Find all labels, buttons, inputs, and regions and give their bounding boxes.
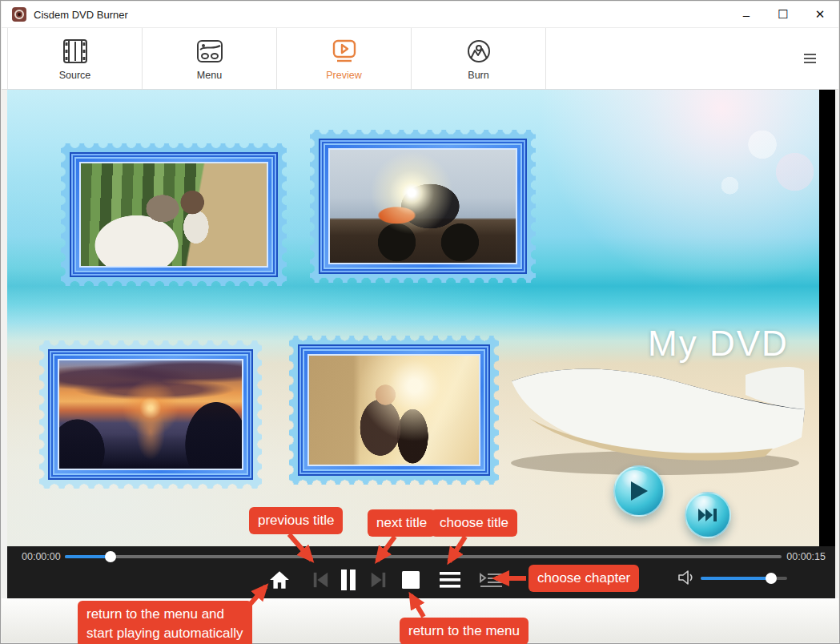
thumbnail-frame: [48, 349, 253, 480]
app-window: Cisdem DVD Burner – ☐ ✕ Source: [0, 0, 840, 644]
thumbnail-photo: [79, 162, 268, 268]
thumbnail-photo: [307, 354, 480, 466]
duration-time: 00:00:15: [786, 551, 826, 562]
menu-scene-icon: [194, 36, 226, 66]
thumbnail-frame: [70, 152, 278, 277]
title-bar: Cisdem DVD Burner – ☐ ✕: [2, 2, 838, 28]
title-menu-icon: [440, 571, 460, 589]
next-title-button[interactable]: [365, 567, 392, 593]
pause-button[interactable]: [335, 567, 362, 593]
chapter-menu-button[interactable]: [477, 567, 504, 593]
volume-handle[interactable]: [766, 573, 777, 584]
tab-burn-label: Burn: [468, 70, 488, 81]
app-logo-icon: [12, 7, 26, 22]
stop-icon: [401, 570, 420, 590]
seek-slider[interactable]: [65, 555, 782, 558]
menu-next-button[interactable]: [685, 492, 731, 538]
thumbnail-photo: [58, 359, 243, 470]
home-button[interactable]: [266, 567, 293, 593]
title-menu-button[interactable]: [436, 567, 464, 593]
annotation-return-auto-line2: start playing automatically: [86, 624, 243, 643]
home-icon: [269, 570, 290, 590]
annotation-next-title: next title: [368, 509, 436, 537]
minimize-button[interactable]: –: [728, 2, 765, 27]
next-icon: [370, 571, 388, 589]
pause-icon: [340, 570, 357, 590]
preview-player-icon: [328, 36, 360, 66]
tab-menu[interactable]: Menu: [143, 28, 277, 89]
playback-control-bar: 00:00:00 00:00:15: [7, 546, 835, 598]
volume-level: [701, 577, 771, 580]
letterbox-bar: [819, 90, 835, 546]
seek-progress: [65, 555, 111, 558]
tab-source[interactable]: Source: [8, 28, 143, 89]
close-button[interactable]: ✕: [802, 2, 838, 27]
seek-handle[interactable]: [105, 551, 116, 562]
tab-source-label: Source: [59, 70, 91, 81]
tab-preview-label: Preview: [326, 70, 361, 81]
tab-preview[interactable]: Preview: [277, 28, 412, 89]
annotation-previous-title: previous title: [249, 507, 343, 534]
annotation-return-auto: return to the menu and start playing aut…: [78, 601, 252, 644]
previous-title-button[interactable]: [307, 567, 334, 593]
chapter-menu-icon: [479, 571, 503, 589]
window-title: Cisdem DVD Burner: [34, 9, 128, 21]
video-thumbnail-motorcycle[interactable]: [310, 130, 536, 283]
boat-image: [507, 340, 819, 480]
annotation-return-auto-line1: return to the menu and: [86, 605, 243, 624]
thumbnail-photo: [328, 148, 517, 264]
annotation-choose-title: choose title: [431, 509, 517, 537]
volume-slider[interactable]: [701, 577, 787, 580]
video-thumbnail-couple[interactable]: [289, 336, 499, 485]
tab-menu-label: Menu: [197, 70, 222, 81]
hamburger-icon[interactable]: [804, 54, 816, 63]
stop-button[interactable]: [397, 567, 424, 593]
main-toolbar: Source Menu Preview: [2, 28, 838, 90]
volume-icon[interactable]: [678, 570, 696, 588]
menu-play-button[interactable]: [613, 465, 665, 517]
annotation-return-menu: return to the menu: [400, 618, 529, 644]
thumbnail-frame: [319, 139, 527, 274]
video-thumbnail-girl-with-dog[interactable]: [61, 143, 287, 286]
dvd-menu-background: My DVD: [7, 90, 819, 546]
tab-burn[interactable]: Burn: [412, 28, 546, 89]
dvd-preview-area: My DVD: [7, 90, 835, 546]
filmstrip-icon: [59, 36, 91, 66]
thumbnail-frame: [298, 344, 490, 476]
maximize-button[interactable]: ☐: [765, 2, 802, 27]
previous-icon: [311, 571, 329, 589]
video-thumbnail-sunset[interactable]: [39, 340, 262, 489]
burn-disc-icon: [463, 36, 495, 66]
annotation-choose-chapter: choose chapter: [529, 565, 639, 592]
elapsed-time: 00:00:00: [22, 551, 61, 562]
